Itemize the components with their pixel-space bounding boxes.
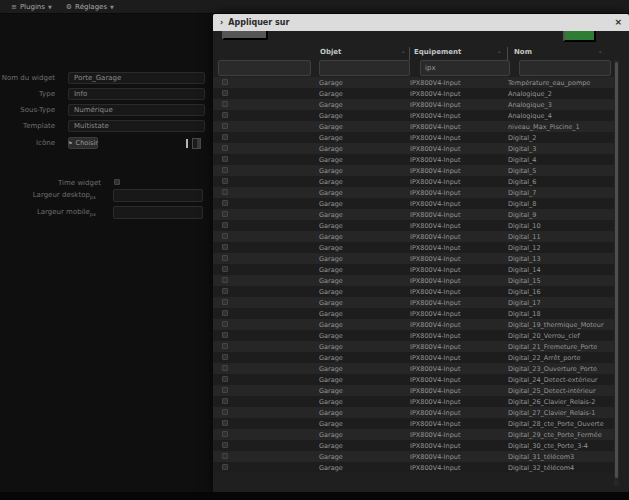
cell-objet: Garage: [319, 112, 343, 120]
table-row: Garage IPX800V4-Input Digital_27_Clavier…: [213, 407, 614, 418]
table-row: Garage IPX800V4-Input Digital_21_Fremetu…: [213, 341, 614, 352]
cell-equipement: IPX800V4-Input: [410, 189, 460, 197]
close-icon[interactable]: ×: [614, 18, 622, 27]
table-row: Garage IPX800V4-Input Digital_8: [213, 198, 614, 209]
table-row: Garage IPX800V4-Input Digital_3: [213, 143, 614, 154]
row-checkbox[interactable]: [222, 332, 228, 338]
appliquer-sur-modal: › Appliquer sur × Objet - Equipement - N…: [213, 14, 629, 492]
row-checkbox[interactable]: [222, 387, 228, 393]
largeur-desktop-input[interactable]: [113, 189, 203, 202]
row-checkbox[interactable]: [222, 266, 228, 272]
cell-nom: Digital_13: [508, 255, 541, 263]
table-row: Garage IPX800V4-Input Analogique_2: [213, 88, 614, 99]
row-checkbox[interactable]: [222, 189, 228, 195]
row-checkbox[interactable]: [222, 101, 228, 107]
row-checkbox[interactable]: [222, 398, 228, 404]
row-checkbox[interactable]: [222, 288, 228, 294]
cell-nom: Analogique_3: [508, 101, 552, 109]
cell-objet: Garage: [319, 244, 343, 252]
row-checkbox[interactable]: [222, 277, 228, 283]
type-input[interactable]: [68, 88, 205, 100]
template-input[interactable]: [68, 120, 205, 132]
equipement-filter-input[interactable]: [420, 60, 510, 76]
row-checkbox[interactable]: [222, 376, 228, 382]
page-bottom-strip: [0, 492, 629, 500]
table-row: Garage IPX800V4-Input Digital_12: [213, 242, 614, 253]
sort-toggle-equipement[interactable]: -: [498, 48, 501, 56]
cell-objet: Garage: [319, 90, 343, 98]
menu-plugins-label: Plugins: [20, 3, 45, 11]
largeur-mobile-input[interactable]: [113, 206, 203, 219]
table-row: Garage IPX800V4-Input Digital_28_cte_Por…: [213, 418, 614, 429]
row-checkbox[interactable]: [222, 145, 228, 151]
scrollbar-thumb[interactable]: [615, 62, 618, 478]
menu-plugins[interactable]: ≡ Plugins ▼: [11, 3, 52, 11]
row-checkbox[interactable]: [222, 233, 228, 239]
row-checkbox[interactable]: [222, 167, 228, 173]
row-checkbox[interactable]: [222, 255, 228, 261]
cell-equipement: IPX800V4-Input: [410, 321, 460, 329]
row-checkbox[interactable]: [222, 178, 228, 184]
choisir-button[interactable]: ⚑ Choisir: [68, 137, 98, 149]
cell-equipement: IPX800V4-Input: [410, 200, 460, 208]
menu-reglages[interactable]: ⚙ Réglages ▼: [66, 3, 114, 11]
nom-filter-input[interactable]: [519, 60, 611, 76]
cell-objet: Garage: [319, 321, 343, 329]
cell-equipement: IPX800V4-Input: [410, 420, 460, 428]
cell-equipement: IPX800V4-Input: [410, 101, 460, 109]
table-row: Garage IPX800V4-Input Digital_18: [213, 308, 614, 319]
row-checkbox[interactable]: [222, 200, 228, 206]
menu-reglages-label: Réglages: [75, 3, 107, 11]
table-row: Garage IPX800V4-Input Température_eau_po…: [213, 77, 614, 88]
row-checkbox[interactable]: [222, 365, 228, 371]
cell-nom: Digital_26_Clavier_Relais-2: [508, 398, 595, 406]
cell-equipement: IPX800V4-Input: [410, 222, 460, 230]
row-checkbox[interactable]: [222, 299, 228, 305]
time-widget-checkbox[interactable]: [114, 179, 120, 185]
sous-type-input[interactable]: [68, 104, 205, 116]
cell-equipement: IPX800V4-Input: [410, 431, 460, 439]
row-checkbox[interactable]: [222, 211, 228, 217]
select-filter-input[interactable]: [218, 60, 311, 76]
row-checkbox[interactable]: [222, 112, 228, 118]
table-scrollbar[interactable]: [614, 60, 619, 486]
objet-filter-input[interactable]: [319, 60, 410, 76]
row-checkbox[interactable]: [222, 409, 228, 415]
row-checkbox[interactable]: [222, 464, 228, 470]
sort-toggle-objet[interactable]: -: [402, 48, 405, 56]
cell-objet: Garage: [319, 398, 343, 406]
row-checkbox[interactable]: [222, 453, 228, 459]
cell-objet: Garage: [319, 431, 343, 439]
cell-objet: Garage: [319, 101, 343, 109]
row-checkbox[interactable]: [222, 343, 228, 349]
row-checkbox[interactable]: [222, 222, 228, 228]
row-checkbox[interactable]: [222, 442, 228, 448]
row-checkbox[interactable]: [222, 310, 228, 316]
cell-nom: Digital_14: [508, 266, 541, 274]
row-checkbox[interactable]: [222, 123, 228, 129]
cell-objet: Garage: [319, 343, 343, 351]
row-checkbox[interactable]: [222, 354, 228, 360]
cell-nom: Digital_21_Fremeture_Porte: [508, 343, 597, 351]
table-row: Garage IPX800V4-Input Digital_22_Arrêt_p…: [213, 352, 614, 363]
icon-preview-box[interactable]: [192, 138, 201, 149]
row-checkbox[interactable]: [222, 79, 228, 85]
row-checkbox[interactable]: [222, 244, 228, 250]
cell-nom: Digital_31_télécom3: [508, 453, 574, 461]
chevron-down-icon: ▼: [48, 4, 52, 10]
modal-header[interactable]: › Appliquer sur ×: [213, 14, 629, 31]
row-checkbox[interactable]: [222, 134, 228, 140]
table-row: Garage IPX800V4-Input Digital_4: [213, 154, 614, 165]
cell-equipement: IPX800V4-Input: [410, 255, 460, 263]
row-checkbox[interactable]: [222, 420, 228, 426]
nom-du-widget-input[interactable]: [68, 72, 205, 84]
cell-equipement: IPX800V4-Input: [410, 288, 460, 296]
row-checkbox[interactable]: [222, 431, 228, 437]
row-checkbox[interactable]: [222, 90, 228, 96]
cell-objet: Garage: [319, 442, 343, 450]
table-row: Garage IPX800V4-Input Digital_10: [213, 220, 614, 231]
row-checkbox[interactable]: [222, 321, 228, 327]
table-row: Garage IPX800V4-Input Digital_14: [213, 264, 614, 275]
row-checkbox[interactable]: [222, 156, 228, 162]
sort-toggle-nom[interactable]: -: [599, 48, 602, 56]
